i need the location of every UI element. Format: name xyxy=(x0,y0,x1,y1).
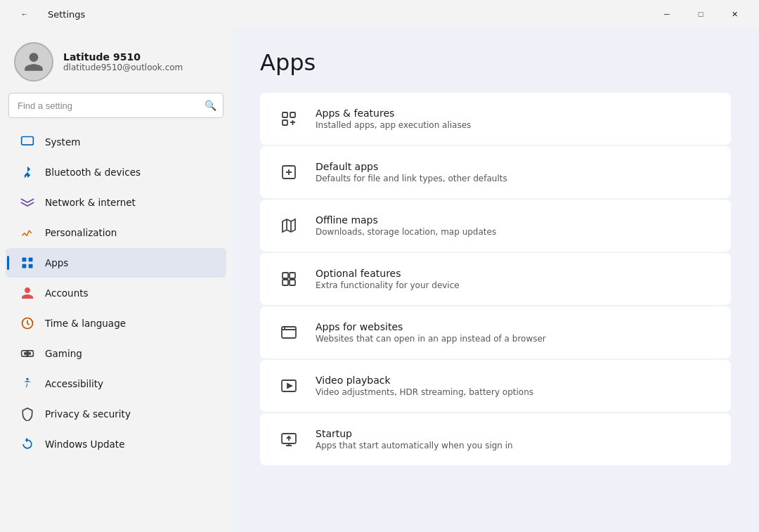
svg-rect-0 xyxy=(22,137,34,145)
card-title: Startup xyxy=(316,428,513,439)
card-text: Default appsDefaults for file and link t… xyxy=(316,161,507,183)
card-title: Offline maps xyxy=(316,214,496,226)
sidebar-item-gaming[interactable]: Gaming xyxy=(6,339,226,368)
search-input[interactable] xyxy=(8,93,223,118)
search-icon: 🔍 xyxy=(205,100,216,111)
card-description: Video adjustments, HDR streaming, batter… xyxy=(316,387,533,397)
personalization-icon xyxy=(20,225,35,240)
card-title: Apps for websites xyxy=(316,321,546,332)
system-icon xyxy=(20,134,35,150)
sidebar-item-apps[interactable]: Apps xyxy=(6,248,226,278)
settings-card-video-playback[interactable]: Video playbackVideo adjustments, HDR str… xyxy=(260,360,731,412)
titlebar-controls: ─ □ ✕ xyxy=(651,3,751,25)
card-title: Video playback xyxy=(316,375,533,386)
sidebar-item-personalization[interactable]: Personalization xyxy=(6,218,226,247)
default-apps-icon xyxy=(276,160,301,185)
settings-card-default-apps[interactable]: Default appsDefaults for file and link t… xyxy=(260,146,731,198)
time-icon xyxy=(20,316,35,331)
sidebar-item-label: Apps xyxy=(45,257,68,268)
settings-card-startup[interactable]: StartupApps that start automatically whe… xyxy=(260,413,731,465)
svg-point-6 xyxy=(26,378,28,380)
sidebar-item-update[interactable]: Windows Update xyxy=(6,429,226,459)
accounts-icon xyxy=(20,285,35,301)
svg-rect-14 xyxy=(290,280,295,285)
video-playback-icon xyxy=(276,373,301,398)
settings-card-optional-features[interactable]: Optional featuresExtra functionality for… xyxy=(260,253,731,305)
card-title: Optional features xyxy=(316,268,460,279)
user-profile[interactable]: Latitude 9510 dlatitude9510@outlook.com xyxy=(0,28,232,93)
sidebar-item-label: System xyxy=(45,136,80,148)
sidebar-item-privacy[interactable]: Privacy & security xyxy=(6,399,226,429)
sidebar-item-time[interactable]: Time & language xyxy=(6,309,226,338)
sidebar-item-label: Personalization xyxy=(45,227,117,238)
sidebar-item-bluetooth[interactable]: Bluetooth & devices xyxy=(6,157,226,187)
avatar xyxy=(14,42,53,82)
sidebar-item-label: Windows Update xyxy=(45,439,124,450)
titlebar-left: ← Settings xyxy=(8,3,85,25)
card-description: Defaults for file and link types, other … xyxy=(316,174,507,183)
sidebar-item-label: Accounts xyxy=(45,287,89,299)
card-text: Optional featuresExtra functionality for… xyxy=(316,268,460,290)
card-description: Installed apps, app execution aliases xyxy=(316,120,471,130)
apps-websites-icon xyxy=(276,320,301,345)
card-description: Extra functionality for your device xyxy=(316,280,460,290)
main-content: Apps Apps & featuresInstalled apps, app … xyxy=(232,28,759,532)
user-icon xyxy=(22,51,45,73)
startup-icon xyxy=(276,427,301,452)
optional-features-icon xyxy=(276,266,301,292)
settings-card-apps-features[interactable]: Apps & featuresInstalled apps, app execu… xyxy=(260,93,731,145)
sidebar-item-label: Privacy & security xyxy=(45,408,131,420)
svg-rect-3 xyxy=(22,264,27,268)
titlebar: ← Settings ─ □ ✕ xyxy=(0,0,759,28)
svg-rect-1 xyxy=(22,258,27,262)
offline-maps-icon xyxy=(276,213,301,238)
back-button[interactable]: ← xyxy=(8,3,41,25)
minimize-button[interactable]: ─ xyxy=(651,3,683,25)
network-icon xyxy=(20,195,35,210)
apps-icon xyxy=(20,255,35,271)
sidebar-item-accounts[interactable]: Accounts xyxy=(6,278,226,308)
svg-rect-13 xyxy=(283,280,288,285)
sidebar-item-label: Bluetooth & devices xyxy=(45,167,141,178)
settings-card-offline-maps[interactable]: Offline mapsDownloads, storage location,… xyxy=(260,200,731,252)
svg-rect-12 xyxy=(290,273,295,278)
user-info: Latitude 9510 dlatitude9510@outlook.com xyxy=(63,51,183,72)
search-container: 🔍 xyxy=(8,93,223,118)
sidebar-item-label: Gaming xyxy=(45,348,82,359)
user-email: dlatitude9510@outlook.com xyxy=(63,63,183,72)
sidebar-item-label: Network & internet xyxy=(45,197,136,208)
card-description: Websites that can open in an app instead… xyxy=(316,334,546,344)
privacy-icon xyxy=(20,406,35,422)
card-text: Apps & featuresInstalled apps, app execu… xyxy=(316,108,471,130)
svg-rect-15 xyxy=(282,327,296,338)
sidebar-item-system[interactable]: System xyxy=(6,127,226,157)
card-text: StartupApps that start automatically whe… xyxy=(316,428,513,450)
card-text: Offline mapsDownloads, storage location,… xyxy=(316,214,496,237)
svg-rect-7 xyxy=(283,112,287,117)
bluetooth-icon xyxy=(20,164,35,180)
settings-list: Apps & featuresInstalled apps, app execu… xyxy=(260,93,731,465)
settings-card-apps-websites[interactable]: Apps for websitesWebsites that can open … xyxy=(260,306,731,358)
svg-rect-4 xyxy=(29,264,33,268)
gaming-icon xyxy=(20,346,35,361)
app-container: Latitude 9510 dlatitude9510@outlook.com … xyxy=(0,28,759,532)
sidebar-item-network[interactable]: Network & internet xyxy=(6,188,226,217)
svg-rect-8 xyxy=(290,112,295,117)
page-title: Apps xyxy=(260,49,731,76)
sidebar: Latitude 9510 dlatitude9510@outlook.com … xyxy=(0,28,232,532)
sidebar-item-accessibility[interactable]: Accessibility xyxy=(6,369,226,398)
svg-rect-9 xyxy=(283,120,287,125)
svg-rect-11 xyxy=(283,273,288,278)
update-icon xyxy=(20,436,35,452)
card-text: Apps for websitesWebsites that can open … xyxy=(316,321,546,344)
svg-rect-2 xyxy=(29,258,33,262)
sidebar-item-label: Accessibility xyxy=(45,378,103,389)
card-title: Default apps xyxy=(316,161,507,172)
accessibility-icon xyxy=(20,376,35,391)
maximize-button[interactable]: □ xyxy=(685,3,717,25)
user-name: Latitude 9510 xyxy=(63,51,183,63)
sidebar-item-label: Time & language xyxy=(45,318,126,329)
card-title: Apps & features xyxy=(316,108,471,119)
close-button[interactable]: ✕ xyxy=(718,3,751,25)
card-description: Apps that start automatically when you s… xyxy=(316,441,513,450)
